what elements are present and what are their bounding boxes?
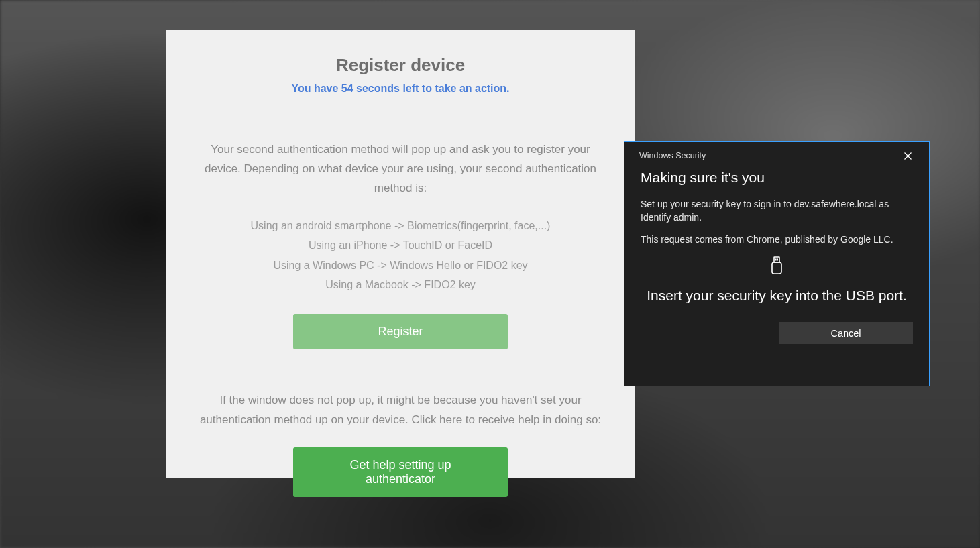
auth-method-list: Using an android smartphone -> Biometric…: [193, 216, 608, 295]
dialog-body: Making sure it's you Set up your securit…: [624, 166, 929, 353]
cancel-button[interactable]: Cancel: [779, 322, 913, 344]
dialog-titlebar: Windows Security: [624, 142, 929, 166]
usb-key-icon: [641, 256, 913, 278]
close-icon-svg: [904, 152, 912, 160]
windows-security-dialog: Windows Security Making sure it's you Se…: [624, 141, 930, 386]
register-button[interactable]: Register: [293, 314, 508, 349]
countdown-text: You have 54 seconds left to take an acti…: [193, 83, 608, 95]
close-icon[interactable]: [894, 147, 921, 164]
svg-rect-4: [777, 258, 778, 260]
fallback-paragraph: If the window does not pop up, it might …: [193, 391, 608, 430]
auth-method-mac: Using a Macbook -> FIDO2 key: [193, 275, 608, 295]
auth-method-windows: Using a Windows PC -> Windows Hello or F…: [193, 256, 608, 276]
svg-rect-3: [775, 258, 777, 260]
auth-method-iphone: Using an iPhone -> TouchID or FaceID: [193, 235, 608, 256]
auth-method-android: Using an android smartphone -> Biometric…: [193, 216, 608, 236]
dialog-button-row: Cancel: [641, 322, 913, 344]
dialog-text-2: This request comes from Chrome, publishe…: [641, 233, 913, 247]
page-title: Register device: [193, 55, 608, 76]
dialog-window-title: Windows Security: [639, 151, 706, 160]
dialog-text-1: Set up your security key to sign in to d…: [641, 198, 913, 224]
get-help-button[interactable]: Get help setting up authenticator: [293, 447, 508, 497]
intro-paragraph: Your second authentication method will p…: [193, 140, 608, 199]
register-device-card: Register device You have 54 seconds left…: [166, 30, 635, 478]
dialog-heading: Making sure it's you: [641, 170, 913, 186]
dialog-prompt: Insert your security key into the USB po…: [641, 286, 913, 306]
svg-rect-5: [772, 262, 781, 274]
svg-rect-2: [774, 257, 779, 262]
